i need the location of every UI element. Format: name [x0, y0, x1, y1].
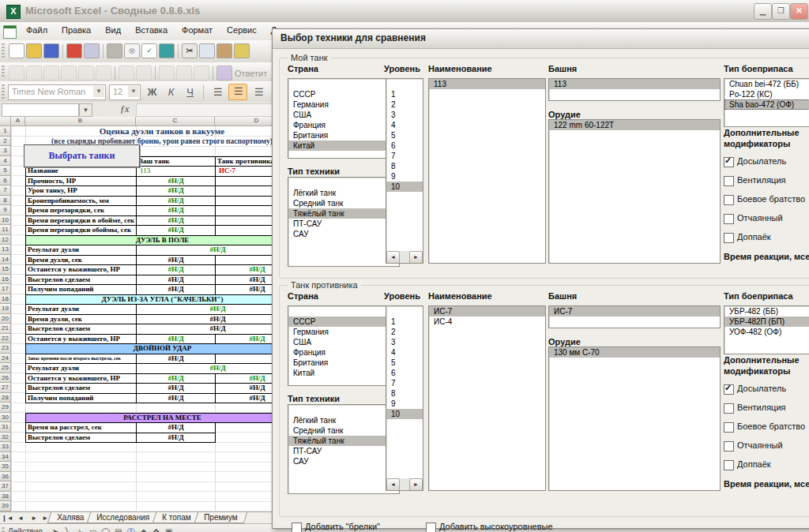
font-name-combo[interactable]: Times New Roman ▼	[8, 84, 106, 100]
ammo-listbox[interactable]: Chuan bei-472 (ББ)Po-122 (КС)Sha bao-472…	[724, 78, 809, 127]
row-label-cell[interactable]: Запас времени после второго выстрела, се…	[25, 354, 137, 365]
menu-item-3[interactable]: Вставка	[128, 22, 175, 40]
modifier-checkbox-4[interactable]	[724, 233, 734, 243]
column-header-C[interactable]: C	[136, 117, 215, 126]
listbox-item[interactable]: 3	[386, 337, 423, 347]
window-titlebar[interactable]: X Microsoft Excel - Сводные 0.8.6.xls ▁ …	[0, 0, 809, 23]
row-header-13[interactable]: 13	[0, 245, 11, 255]
textbox-icon[interactable]: ▤	[112, 526, 125, 532]
listbox-item[interactable]: 1	[386, 89, 423, 99]
value-cell[interactable]: #Н/Д	[136, 205, 216, 216]
value-cell[interactable]: #Н/Д	[136, 373, 216, 384]
level-listbox[interactable]: 12345678910◄►	[386, 78, 423, 264]
row-header-21[interactable]: 21	[0, 324, 11, 334]
value-cell[interactable]: #Н/Д	[136, 275, 216, 286]
row-header-24[interactable]: 24	[0, 354, 11, 364]
row-label-cell[interactable]: Бронепробиваемость, мм	[25, 196, 137, 207]
listbox-item[interactable]: Sha bao-472 (ОФ)	[724, 99, 809, 110]
column-header-B[interactable]: B	[25, 117, 136, 126]
country-listbox[interactable]: СССРГерманияСШАФранцияБританияКитай	[288, 305, 400, 386]
scroll-left-icon[interactable]: ◄	[386, 251, 400, 264]
name-listbox[interactable]: 113	[428, 78, 546, 264]
row-header-28[interactable]: 28	[0, 393, 11, 403]
vehicle-type-listbox[interactable]: Лёгкий танкСредний танкТяжёлый танкПТ-СА…	[288, 177, 400, 267]
row-header-14[interactable]: 14	[0, 255, 11, 265]
paste-icon[interactable]	[216, 43, 232, 58]
row-header-9[interactable]: 9	[0, 205, 11, 215]
chevron-down-icon[interactable]: ▼	[93, 86, 104, 97]
modifier-checkbox-3[interactable]	[724, 441, 734, 451]
row-header-18[interactable]: 18	[0, 294, 11, 305]
listbox-item[interactable]: ИС-7	[429, 306, 545, 317]
toolbar-grip[interactable]	[2, 43, 5, 59]
sheet-tab-3[interactable]: Премиум	[194, 512, 247, 523]
row-label-cell[interactable]: Прочность, НР	[25, 176, 137, 187]
row-header-7[interactable]: 7	[0, 185, 11, 196]
picture-icon[interactable]: ▣	[163, 526, 175, 532]
open-icon[interactable]	[26, 43, 42, 58]
modifier-checkbox-1[interactable]	[724, 403, 734, 414]
listbox-item[interactable]: Китай	[288, 368, 399, 378]
listbox-item[interactable]: 5	[386, 130, 423, 140]
listbox-item[interactable]: 1	[386, 317, 423, 327]
clipart-icon[interactable]: ❖	[150, 526, 163, 532]
rectangle-icon[interactable]: ▭	[87, 526, 100, 532]
listbox-item[interactable]: ПТ-САУ	[288, 219, 399, 229]
level-hscrollbar[interactable]: ◄►	[386, 251, 423, 263]
row-header-33[interactable]: 33	[0, 442, 11, 452]
menu-item-4[interactable]: Формат	[175, 22, 220, 40]
row-header-8[interactable]: 8	[0, 196, 11, 206]
listbox-item[interactable]: США	[288, 110, 399, 120]
listbox-item[interactable]: САУ	[288, 456, 399, 466]
your-tank-header-cell[interactable]: Ваш танк	[136, 156, 216, 167]
copy-icon[interactable]	[199, 43, 215, 58]
modifier-checkbox-0[interactable]: ✓	[724, 384, 734, 395]
row-header-12[interactable]: 12	[0, 235, 11, 245]
gun-listbox[interactable]: 122 mm 60-122T	[548, 119, 721, 264]
mail-icon[interactable]	[84, 43, 100, 58]
row-label-cell[interactable]: Выстрелов сделаем	[25, 433, 137, 444]
row-header-5[interactable]: 5	[0, 166, 11, 176]
row-header-3[interactable]: 3	[0, 146, 11, 156]
listbox-item[interactable]: 130 мм С-70	[549, 347, 720, 358]
row-header-1[interactable]: 1	[0, 126, 11, 137]
row-label-cell[interactable]: Время перезарядки, сек	[25, 205, 137, 216]
value-cell[interactable]: #Н/Д	[136, 255, 216, 266]
listbox-item[interactable]: СССР	[288, 89, 399, 99]
listbox-item[interactable]: 7	[386, 151, 423, 161]
listbox-item[interactable]: 6	[386, 368, 423, 378]
ammo-listbox[interactable]: УБР-482 (ББ)УБР-482П (БП)УОФ-482 (ОФ)	[724, 305, 809, 354]
value-cell[interactable]: #Н/Д	[136, 393, 216, 404]
listbox-item[interactable]: Средний танк	[288, 425, 399, 436]
listbox-item[interactable]: 6	[386, 140, 423, 151]
value-cell[interactable]: #Н/Д	[136, 433, 216, 444]
listbox-item[interactable]: США	[288, 337, 399, 347]
listbox-item[interactable]: УОФ-482 (ОФ)	[724, 327, 809, 337]
row-header-15[interactable]: 15	[0, 264, 11, 275]
row-header-30[interactable]: 30	[0, 413, 11, 423]
align-center-icon[interactable]: ☰	[228, 84, 247, 100]
listbox-item[interactable]: Лёгкий танк	[288, 415, 399, 425]
row-label-cell[interactable]: Время дуэли, сек	[25, 255, 137, 266]
row-label-cell[interactable]: Останется у выжившего, НР	[25, 334, 137, 345]
value-cell[interactable]: #Н/Д	[136, 334, 216, 345]
value-cell[interactable]: #Н/Д	[136, 185, 216, 197]
row-header-36[interactable]: 36	[0, 472, 11, 482]
format-painter-icon[interactable]	[234, 43, 250, 58]
menu-item-0[interactable]: Файл	[19, 22, 55, 40]
column-header-A[interactable]: A	[11, 117, 25, 126]
listbox-item[interactable]: Британия	[288, 358, 399, 368]
row-header-29[interactable]: 29	[0, 403, 11, 413]
row-header-17[interactable]: 17	[0, 284, 11, 294]
add-highlevel-checkbox[interactable]	[426, 523, 436, 532]
italic-button[interactable]: К	[163, 84, 179, 99]
listbox-item[interactable]: 5	[386, 358, 423, 368]
listbox-item[interactable]: Po-122 (КС)	[724, 89, 809, 99]
row-header-31[interactable]: 31	[0, 422, 11, 433]
row-header-37[interactable]: 37	[0, 481, 11, 492]
research-icon[interactable]	[159, 43, 175, 58]
row-label-cell[interactable]: Время на расстрел, сек	[25, 422, 137, 433]
name-listbox[interactable]: ИС-7ИС-4	[428, 305, 546, 491]
value-cell[interactable]: #Н/Д	[136, 383, 216, 394]
listbox-item[interactable]: Франция	[288, 347, 399, 358]
